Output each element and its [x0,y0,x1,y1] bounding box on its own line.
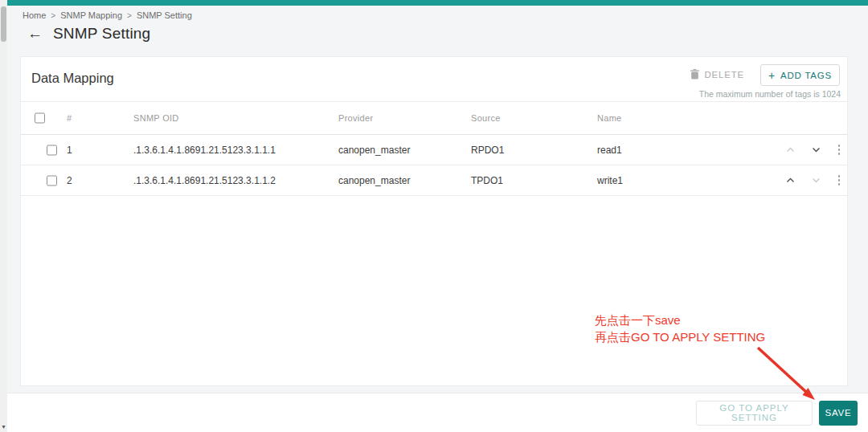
row-checkbox[interactable] [47,175,57,185]
row-checkbox[interactable] [47,145,57,155]
row-num: 2 [67,175,72,186]
left-scrollbar[interactable]: ▾ [0,0,7,432]
breadcrumb: Home > SNMP Mapping > SNMP Setting [23,10,192,20]
table-header-row: # SNMP OID Provider Source Name [21,102,847,135]
row-menu-kebab-icon[interactable] [833,143,845,157]
plus-icon: + [768,69,776,82]
annotation-line-1: 先点击一下save [595,312,765,328]
row-snmp-oid: .1.3.6.1.4.1.8691.21.5123.3.1.1.2 [133,175,276,186]
breadcrumb-snmp-mapping[interactable]: SNMP Mapping [60,10,122,20]
page-title: SNMP Setting [53,25,150,43]
row-name: write1 [597,175,623,186]
delete-button-label: DELETE [704,70,744,79]
table-row: 2 .1.3.6.1.4.1.8691.21.5123.3.1.1.2 cano… [21,165,847,196]
red-annotation-text: 先点击一下save 再点击GO TO APPLY SETTING [595,312,765,345]
save-button[interactable]: SAVE [819,401,858,426]
back-arrow-icon[interactable]: ← [27,25,43,43]
trash-icon [690,69,699,79]
page-header: ← SNMP Setting [27,25,150,43]
move-down-icon [809,173,823,188]
row-source: RPDO1 [471,145,504,156]
column-header-name: Name [597,113,622,123]
row-name: read1 [597,145,622,156]
row-source: TPDO1 [471,175,503,186]
add-tags-button[interactable]: + ADD TAGS [760,64,840,86]
row-provider: canopen_master [338,145,410,156]
scrollbar-down-arrow-icon[interactable]: ▾ [0,424,7,430]
breadcrumb-separator-icon: > [127,11,132,20]
scrollbar-thumb[interactable] [1,6,6,42]
move-up-icon [783,143,797,157]
annotation-line-2: 再点击GO TO APPLY SETTING [595,328,765,345]
row-num: 1 [67,145,72,156]
row-provider: canopen_master [338,175,410,186]
footer-action-bar: GO TO APPLY SETTING SAVE [7,393,868,432]
column-header-provider: Provider [338,113,373,123]
row-snmp-oid: .1.3.6.1.4.1.8691.21.5123.3.1.1.1 [133,145,276,156]
delete-button[interactable]: DELETE [690,69,744,79]
column-header-snmp-oid: SNMP OID [133,113,179,123]
table-row: 1 .1.3.6.1.4.1.8691.21.5123.3.1.1.1 cano… [21,135,847,165]
breadcrumb-separator-icon: > [51,11,55,20]
move-down-icon[interactable] [809,143,823,157]
column-header-source: Source [471,113,501,123]
card-title: Data Mapping [31,71,114,86]
breadcrumb-snmp-setting: SNMP Setting [137,10,192,20]
breadcrumb-home[interactable]: Home [23,10,46,20]
select-all-checkbox[interactable] [35,113,45,124]
column-header-num: # [67,113,72,123]
top-accent-bar [7,0,868,6]
row-menu-kebab-icon[interactable] [833,173,845,188]
move-up-icon[interactable] [783,173,797,188]
max-tags-note: The maximum number of tags is 1024 [699,89,841,99]
go-to-apply-setting-button[interactable]: GO TO APPLY SETTING [696,401,813,426]
add-tags-button-label: ADD TAGS [780,71,832,80]
